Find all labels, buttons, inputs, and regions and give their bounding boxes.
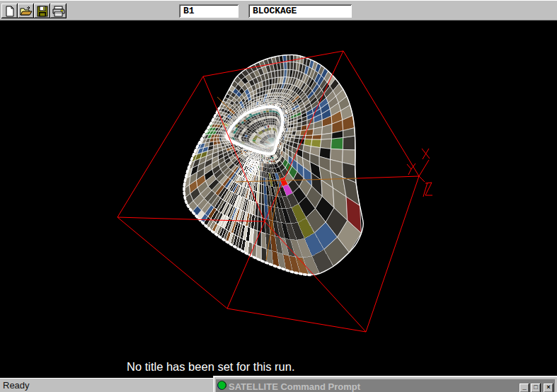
svg-text:No title has been set for this: No title has been set for this run.: [127, 360, 295, 373]
